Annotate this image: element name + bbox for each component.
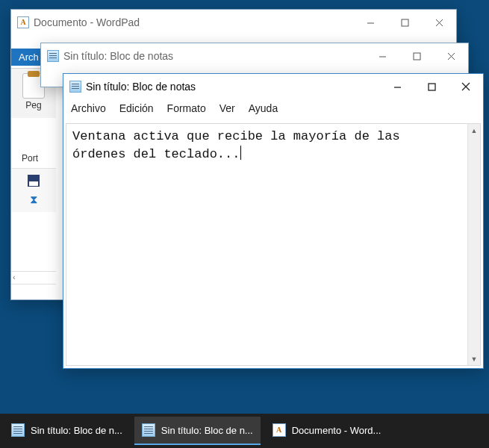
notepad-back-minimize-button[interactable] — [365, 44, 399, 68]
scroll-up-icon[interactable]: ▲ — [468, 124, 480, 137]
wordpad-close-button[interactable] — [422, 10, 456, 34]
maximize-icon — [401, 19, 409, 27]
minimize-icon — [393, 83, 402, 91]
notepad-titlebar[interactable]: Sin título: Bloc de notas — [63, 74, 483, 99]
taskbar-item-label: Sin título: Bloc de n... — [31, 425, 122, 436]
minimize-icon — [367, 19, 375, 27]
menu-format[interactable]: Formato — [167, 102, 206, 114]
wordpad-quickaccess: ⧗ — [11, 168, 56, 212]
notepad-icon — [142, 423, 155, 437]
close-icon — [447, 52, 455, 60]
svg-rect-0 — [402, 19, 408, 26]
wordpad-port-label: Port — [22, 153, 38, 164]
taskbar-item-notepad-1[interactable]: Sin título: Bloc de n... — [4, 417, 130, 445]
notepad-back-maximize-button[interactable] — [399, 44, 434, 68]
notepad-close-button[interactable] — [449, 75, 483, 99]
minimize-icon — [379, 52, 387, 60]
scroll-down-icon[interactable]: ▼ — [468, 352, 480, 365]
wordpad-ruler: ‹ — [11, 271, 56, 284]
notepad-minimize-button[interactable] — [380, 75, 414, 99]
notepad-back-titlebar[interactable]: Sin título: Bloc de notas — [41, 43, 468, 69]
taskbar-item-notepad-2[interactable]: Sin título: Bloc de n... — [134, 417, 261, 445]
notepad-back-close-button[interactable] — [434, 44, 468, 68]
menu-file[interactable]: Archivo — [71, 102, 106, 114]
menu-view[interactable]: Ver — [219, 102, 235, 114]
notepad-icon — [69, 81, 81, 93]
notepad-icon — [11, 423, 25, 437]
save-icon[interactable] — [28, 175, 40, 187]
taskbar-item-wordpad[interactable]: Documento - Word... — [265, 417, 389, 445]
close-icon — [461, 82, 470, 91]
notepad-editor[interactable]: Ventana activa que recibe la mayoría de … — [66, 123, 481, 366]
notepad-back-title: Sin título: Bloc de notas — [63, 50, 365, 62]
wordpad-icon — [17, 16, 29, 28]
paste-label: Peg — [11, 100, 56, 111]
wordpad-icon — [272, 423, 286, 437]
text-caret — [240, 146, 241, 160]
maximize-icon — [413, 52, 421, 60]
notepad-maximize-button[interactable] — [414, 75, 449, 99]
svg-rect-1 — [414, 53, 420, 60]
notepad-window-active[interactable]: Sin título: Bloc de notas Archivo Edició… — [63, 73, 484, 369]
taskbar: Sin título: Bloc de n... Sin título: Blo… — [0, 414, 489, 448]
hourglass-icon[interactable]: ⧗ — [27, 193, 40, 206]
wordpad-maximize-button[interactable] — [387, 10, 422, 34]
menu-edit[interactable]: Edición — [119, 102, 154, 114]
wordpad-title: Documento - WordPad — [34, 16, 353, 28]
notepad-menubar: Archivo Edición Formato Ver Ayuda — [63, 99, 483, 119]
menu-help[interactable]: Ayuda — [249, 102, 278, 114]
notepad-text-content[interactable]: Ventana activa que recibe la mayoría de … — [66, 124, 467, 365]
maximize-icon — [428, 83, 436, 91]
notepad-title: Sin título: Bloc de notas — [86, 81, 380, 93]
taskbar-item-label: Documento - Word... — [292, 425, 381, 436]
notepad-vertical-scrollbar[interactable]: ▲ ▼ — [467, 124, 480, 365]
taskbar-item-label: Sin título: Bloc de n... — [161, 425, 253, 436]
chevron-left-icon[interactable]: ‹ — [13, 273, 16, 281]
close-icon — [435, 19, 443, 27]
notepad-icon — [47, 50, 59, 62]
wordpad-minimize-button[interactable] — [353, 10, 387, 34]
wordpad-titlebar[interactable]: Documento - WordPad — [11, 10, 456, 35]
svg-rect-2 — [429, 84, 435, 90]
